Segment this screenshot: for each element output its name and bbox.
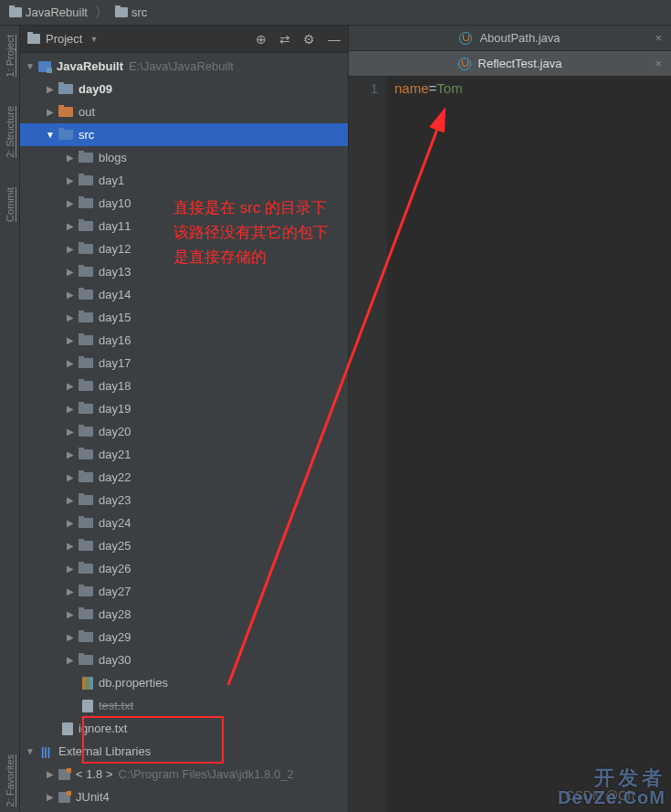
tree-file[interactable]: test.txt bbox=[20, 694, 348, 717]
tree-folder[interactable]: ▶day19 bbox=[20, 397, 348, 420]
tree-folder[interactable]: ▶day13 bbox=[20, 260, 348, 283]
close-icon[interactable]: × bbox=[655, 31, 662, 45]
project-tree[interactable]: ▼ JavaRebuilt E:\Java\JavaRebuilt ▶day09… bbox=[20, 53, 348, 812]
tree-label: day13 bbox=[99, 265, 131, 279]
tree-file[interactable]: db.properties bbox=[20, 671, 348, 694]
tree-file[interactable]: ignore.txt bbox=[20, 717, 348, 740]
chevron-right-icon[interactable]: ▶ bbox=[66, 541, 75, 551]
tree-folder[interactable]: ▶day1 bbox=[20, 169, 348, 192]
chevron-right-icon[interactable]: ▶ bbox=[66, 472, 75, 482]
project-icon bbox=[27, 34, 40, 44]
chevron-right-icon[interactable]: ▶ bbox=[66, 518, 75, 528]
chevron-right-icon[interactable]: ▶ bbox=[46, 107, 55, 117]
breadcrumb-item-root[interactable]: JavaRebuilt bbox=[4, 4, 93, 21]
chevron-right-icon[interactable]: ▶ bbox=[66, 655, 75, 665]
tree-folder[interactable]: ▶day10 bbox=[20, 192, 348, 215]
code-content[interactable]: name=Tom bbox=[387, 77, 671, 812]
code-editor[interactable]: 1 name=Tom bbox=[349, 77, 671, 812]
chevron-right-icon[interactable]: ▶ bbox=[66, 427, 75, 437]
tree-folder[interactable]: ▶day15 bbox=[20, 306, 348, 329]
chevron-right-icon[interactable]: ▶ bbox=[46, 84, 55, 94]
package-icon bbox=[79, 541, 93, 551]
chevron-right-icon[interactable]: ▶ bbox=[66, 153, 75, 163]
package-icon bbox=[79, 153, 93, 163]
chevron-right-icon[interactable]: ▶ bbox=[66, 495, 75, 505]
select-target-icon[interactable]: ⊕ bbox=[256, 32, 267, 47]
tab-aboutpath[interactable]: AboutPath.java × bbox=[349, 26, 671, 50]
tree-folder[interactable]: ▶day21 bbox=[20, 443, 348, 466]
chevron-right-icon[interactable]: ▶ bbox=[66, 449, 75, 459]
tree-folder[interactable]: ▶day22 bbox=[20, 466, 348, 489]
chevron-right-icon[interactable]: ▶ bbox=[66, 244, 75, 254]
chevron-right-icon[interactable]: ▶ bbox=[66, 632, 75, 642]
gear-icon[interactable]: ⚙ bbox=[303, 32, 315, 47]
chevron-right-icon[interactable]: ▶ bbox=[66, 267, 75, 277]
chevron-down-icon[interactable]: ▼ bbox=[26, 61, 35, 71]
tree-folder[interactable]: ▶day27 bbox=[20, 580, 348, 603]
package-icon bbox=[79, 472, 93, 482]
tree-folder[interactable]: ▶day09 bbox=[20, 78, 348, 100]
chevron-right-icon[interactable]: ▶ bbox=[46, 769, 55, 779]
tree-folder[interactable]: ▶day25 bbox=[20, 534, 348, 557]
folder-icon bbox=[115, 7, 128, 17]
tree-library[interactable]: ▶< 1.8 >C:\Program Files\Java\jdk1.8.0_2 bbox=[20, 763, 348, 786]
chevron-right-icon[interactable]: ▶ bbox=[66, 290, 75, 300]
tree-folder[interactable]: ▶day16 bbox=[20, 329, 348, 352]
chevron-down-icon[interactable]: ▼ bbox=[46, 130, 55, 140]
chevron-right-icon[interactable]: ▶ bbox=[66, 586, 75, 596]
code-token-eq: = bbox=[429, 80, 437, 96]
tree-folder-src[interactable]: ▼ src bbox=[20, 123, 348, 146]
tree-folder[interactable]: ▶day26 bbox=[20, 557, 348, 580]
rail-tab-favorites[interactable]: 2: Favorites bbox=[5, 749, 16, 812]
chevron-down-icon[interactable]: ▼ bbox=[89, 35, 98, 44]
chevron-right-icon[interactable]: ▶ bbox=[46, 792, 55, 802]
tree-folder[interactable]: ▶day24 bbox=[20, 511, 348, 534]
chevron-right-icon[interactable]: ▶ bbox=[66, 175, 75, 185]
chevron-right-icon[interactable]: ▶ bbox=[66, 358, 75, 368]
chevron-down-icon[interactable]: ▼ bbox=[26, 746, 35, 756]
chevron-right-icon[interactable]: ▶ bbox=[66, 335, 75, 345]
expand-all-icon[interactable]: ⇄ bbox=[279, 32, 290, 47]
tree-label: blogs bbox=[99, 151, 127, 164]
tree-folder[interactable]: ▶day20 bbox=[20, 420, 348, 443]
tree-folder[interactable]: ▶day29 bbox=[20, 626, 348, 649]
chevron-right-icon[interactable]: ▶ bbox=[66, 381, 75, 391]
tree-label: day09 bbox=[79, 82, 112, 96]
breadcrumb-item-src[interactable]: src bbox=[110, 4, 152, 21]
tree-folder[interactable]: ▶day12 bbox=[20, 237, 348, 260]
rail-tab-commit[interactable]: Commit bbox=[5, 182, 16, 227]
rail-tab-structure[interactable]: 2: Structure bbox=[5, 100, 16, 163]
package-icon bbox=[79, 244, 93, 254]
tree-folder[interactable]: ▶day17 bbox=[20, 352, 348, 374]
chevron-right-icon[interactable]: ▶ bbox=[66, 312, 75, 322]
tree-folder[interactable]: ▶day30 bbox=[20, 649, 348, 671]
tree-label: out bbox=[79, 105, 95, 119]
chevron-right-icon[interactable]: ▶ bbox=[66, 404, 75, 414]
panel-title[interactable]: Project bbox=[46, 32, 82, 46]
package-icon bbox=[79, 267, 93, 277]
tree-folder[interactable]: ▶day14 bbox=[20, 283, 348, 306]
java-class-icon bbox=[459, 32, 472, 45]
tree-folder[interactable]: ▶out bbox=[20, 100, 348, 123]
tree-label: db.properties bbox=[99, 676, 168, 690]
tree-external-libraries[interactable]: ▼ ||| External Libraries bbox=[20, 740, 348, 763]
tree-folder[interactable]: ▶day18 bbox=[20, 374, 348, 397]
tree-project-root[interactable]: ▼ JavaRebuilt E:\Java\JavaRebuilt bbox=[20, 55, 348, 78]
package-icon bbox=[79, 632, 93, 642]
tab-reflecttest[interactable]: ReflectTest.java × bbox=[349, 51, 671, 76]
tree-folder[interactable]: ▶day11 bbox=[20, 215, 348, 237]
tree-folder[interactable]: ▶blogs bbox=[20, 146, 348, 169]
package-icon bbox=[79, 427, 93, 437]
tree-folder[interactable]: ▶day28 bbox=[20, 603, 348, 626]
chevron-right-icon[interactable]: ▶ bbox=[66, 198, 75, 208]
chevron-right-icon[interactable]: ▶ bbox=[66, 609, 75, 619]
tree-label: day20 bbox=[99, 425, 131, 438]
rail-tab-project[interactable]: 1: Project bbox=[5, 29, 16, 82]
close-icon[interactable]: × bbox=[655, 57, 662, 70]
tree-folder[interactable]: ▶day23 bbox=[20, 489, 348, 511]
hide-icon[interactable]: — bbox=[328, 32, 341, 47]
chevron-right-icon[interactable]: ▶ bbox=[66, 564, 75, 574]
tree-library[interactable]: ▶JUnit4 bbox=[20, 786, 348, 808]
chevron-right-icon[interactable]: ▶ bbox=[66, 221, 75, 231]
package-icon bbox=[79, 312, 93, 322]
